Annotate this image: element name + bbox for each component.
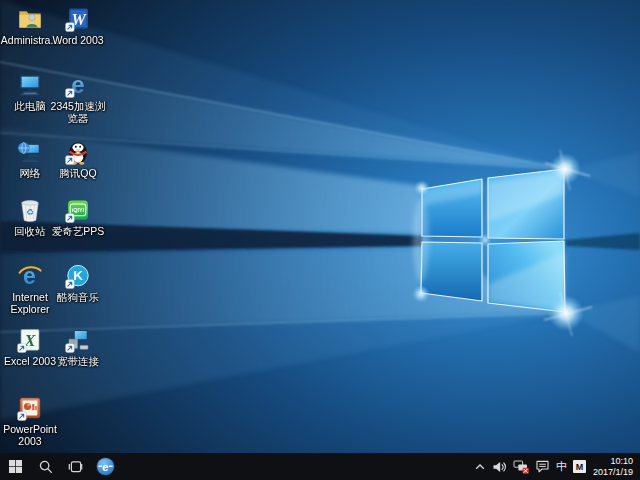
windows-desktop-screen: Administra... W Word 2003 xyxy=(0,0,640,480)
clock-time: 10:10 xyxy=(593,456,633,467)
kugou-icon: K xyxy=(65,263,91,289)
task-view-button[interactable] xyxy=(60,453,90,480)
desktop-icon-label: 回收站 xyxy=(14,225,46,237)
svg-text:K: K xyxy=(73,268,83,283)
chevron-up-icon xyxy=(474,461,486,473)
desktop-icon-label: Excel 2003 xyxy=(4,355,56,367)
network-status-button[interactable] xyxy=(510,453,532,480)
desktop-icon-broadband[interactable]: 宽带连接 xyxy=(50,327,106,367)
chat-bubble-icon xyxy=(535,459,550,474)
task-view-icon xyxy=(68,459,83,474)
windows-start-icon xyxy=(8,459,23,474)
desktop-icon-label: 宽带连接 xyxy=(57,355,99,367)
iqiyi-pps-icon: iQIYI xyxy=(65,197,91,223)
2345-browser-icon: e xyxy=(65,72,91,98)
2345-explorer-icon: e xyxy=(96,457,115,476)
desktop-icon-label: 此电脑 xyxy=(14,100,46,112)
desktop-icon-iqiyi-pps[interactable]: iQIYI 爱奇艺PPS xyxy=(50,197,106,237)
clock-date: 2017/1/19 xyxy=(593,467,633,478)
recycle-bin-icon: ♻ xyxy=(17,197,43,223)
desktop-icon-kugou-music[interactable]: K 酷狗音乐 xyxy=(50,263,106,303)
desktop-icon-label: 酷狗音乐 xyxy=(57,291,99,303)
internet-explorer-icon: e xyxy=(17,263,43,289)
shortcut-arrow-badge xyxy=(66,23,75,32)
speaker-icon xyxy=(492,460,507,474)
qq-penguin-icon xyxy=(65,139,91,165)
action-center-button[interactable] xyxy=(532,453,553,480)
taskbar-2345-explorer-button[interactable]: e xyxy=(90,453,120,480)
search-icon xyxy=(38,459,53,474)
desktop-icon-label: 2345加速浏览器 xyxy=(50,100,106,124)
volume-button[interactable] xyxy=(489,453,510,480)
network-disconnected-icon xyxy=(513,459,529,474)
shortcut-arrow-badge xyxy=(66,280,75,289)
desktop-icon-word-2003[interactable]: W Word 2003 xyxy=(50,6,106,46)
desktop-icon-powerpoint-2003[interactable]: PowerPoint 2003 xyxy=(2,395,58,447)
svg-text:e: e xyxy=(102,461,108,473)
ime-mspy-button[interactable]: M xyxy=(570,453,589,480)
network-icon xyxy=(17,139,43,165)
ime-m-badge: M xyxy=(573,460,586,473)
administrator-folder-icon xyxy=(17,6,43,32)
powerpoint-icon xyxy=(17,395,43,421)
shortcut-arrow-badge xyxy=(66,89,75,98)
desktop-icon-2345-browser[interactable]: e 2345加速浏览器 xyxy=(50,72,106,124)
search-button[interactable] xyxy=(30,453,60,480)
svg-text:♻: ♻ xyxy=(26,207,34,217)
show-hidden-icons-button[interactable] xyxy=(471,453,489,480)
word-icon: W xyxy=(65,6,91,32)
shortcut-arrow-badge xyxy=(66,344,75,353)
excel-icon: X xyxy=(17,327,43,353)
shortcut-arrow-badge xyxy=(18,412,27,421)
desktop-icon-label: 网络 xyxy=(20,167,41,179)
taskbar-buttons: e xyxy=(0,453,120,480)
start-button[interactable] xyxy=(0,453,30,480)
shortcut-arrow-badge xyxy=(66,214,75,223)
desktop-icon-label: Word 2003 xyxy=(52,34,103,46)
desktop-icon-label: 腾讯QQ xyxy=(59,167,96,179)
this-pc-icon xyxy=(17,72,43,98)
ime-chinese-indicator: 中 xyxy=(556,453,567,480)
desktop-icon-tencent-qq[interactable]: 腾讯QQ xyxy=(50,139,106,179)
shortcut-arrow-badge xyxy=(18,344,27,353)
desktop-icon-label: 爱奇艺PPS xyxy=(52,225,105,237)
desktop: Administra... W Word 2003 xyxy=(0,0,640,453)
taskbar-clock[interactable]: 10:10 2017/1/19 xyxy=(589,456,638,477)
taskbar: e xyxy=(0,453,640,480)
system-tray: 中 M 10:10 2017/1/19 xyxy=(471,453,640,480)
shortcut-arrow-badge xyxy=(66,156,75,165)
ime-language-button[interactable]: 中 xyxy=(553,453,570,480)
svg-text:iQIYI: iQIYI xyxy=(72,207,85,213)
broadband-connection-icon xyxy=(65,327,91,353)
desktop-icon-label: PowerPoint 2003 xyxy=(2,423,58,447)
